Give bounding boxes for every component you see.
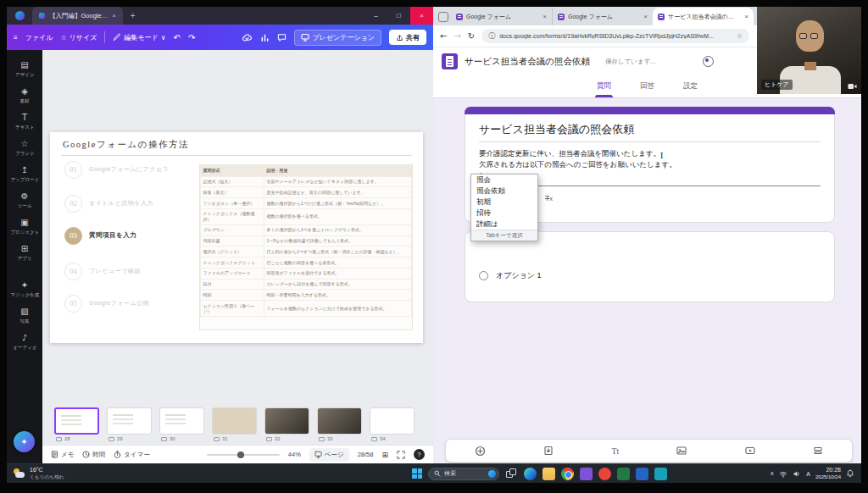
fullscreen-icon[interactable] [397, 451, 405, 459]
ime-candidate[interactable]: 照会依頼 [471, 186, 537, 197]
redo-button[interactable]: ↷ [188, 33, 195, 42]
tab-close-icon[interactable]: × [542, 13, 547, 20]
sidebar-item-uploads[interactable]: ↥アップロード [7, 162, 42, 188]
notification-bell-icon[interactable] [846, 469, 854, 478]
thumbnail-page-29[interactable]: 29 [107, 407, 152, 445]
taskbar-clock[interactable]: 20:28 2025/10/24 [815, 467, 841, 480]
task-view-icon[interactable] [505, 468, 518, 480]
app-icon-purple[interactable] [580, 468, 593, 480]
browser-tab-3-active[interactable]: サービス担当者会議の… × [653, 8, 754, 25]
thumbnail-page-32[interactable]: 32 [264, 407, 309, 445]
comments-icon[interactable] [277, 33, 287, 42]
import-questions-icon[interactable] [543, 446, 554, 456]
resize-button[interactable]: ☆ リサイズ [60, 33, 97, 42]
ime-candidate[interactable]: 照会 [471, 174, 537, 186]
canva-home-icon[interactable] [15, 11, 25, 20]
tab-close-icon[interactable]: × [112, 12, 116, 19]
forward-button[interactable]: → [453, 31, 460, 41]
sidebar-item-projects[interactable]: ▣プロジェクト [7, 214, 42, 241]
bookmark-star-icon[interactable]: ☆ [737, 32, 743, 40]
hamburger-menu-icon[interactable]: ≡ [14, 34, 18, 42]
address-bar[interactable]: ⓘ docs.google.com/forms/d/19aHvkRyRStD3U… [481, 29, 749, 43]
thumbnail-page-31[interactable]: 31 [212, 407, 257, 445]
radio-button[interactable] [479, 271, 488, 280]
maximize-button[interactable]: □ [387, 7, 410, 25]
add-title-icon[interactable]: Tt [611, 446, 619, 456]
sidebar-item-design[interactable]: ▤デザイン [7, 57, 42, 83]
google-forms-logo[interactable] [442, 53, 458, 69]
sidebar-item-elements[interactable]: ◈素材 [7, 83, 42, 109]
tab-close-icon[interactable]: × [744, 13, 748, 20]
tab-responses[interactable]: 回答 [638, 81, 656, 97]
undo-button[interactable]: ↶ [174, 33, 181, 42]
duration-button[interactable]: 時間 [82, 451, 105, 459]
browser-tab-1[interactable]: Google フォーム × [451, 8, 552, 25]
sidebar-item-apps[interactable]: ⊞アプリ [7, 241, 42, 267]
thumbnail-page-33[interactable]: 33 [317, 407, 362, 445]
insights-chart-icon[interactable] [260, 33, 270, 42]
slide-canvas[interactable]: Googleフォームの操作方法 01 Googleフォームにアクセス 02 タイ… [50, 132, 423, 343]
timer-button[interactable]: タイマー [114, 451, 150, 459]
sidebar-item-brand[interactable]: ☆ブランド [7, 136, 42, 162]
thumbnail-page-34[interactable]: 34 [370, 407, 415, 445]
sidebar-item-tools[interactable]: ⚙ツール [7, 188, 42, 214]
browser-tab-2[interactable]: Google フォーム × [552, 8, 653, 25]
chrome-browser-icon[interactable] [561, 468, 574, 480]
clear-formatting-icon[interactable]: Tx [545, 194, 553, 202]
help-button[interactable]: ? [414, 449, 425, 460]
add-image-icon[interactable] [676, 446, 687, 456]
app-icon-teal[interactable] [654, 468, 667, 480]
back-button[interactable]: ← [440, 31, 447, 41]
tray-expand-icon[interactable]: ∧ [770, 470, 774, 477]
thumbnail-page-28[interactable]: 28 [54, 407, 99, 445]
form-title-input[interactable]: サービス担当者会議の照会依頼 [479, 122, 821, 142]
sidebar-item-magic-generate[interactable]: ✦マジック生成 [7, 277, 42, 303]
tab-questions[interactable]: 質問 [595, 81, 613, 97]
edge-browser-icon[interactable] [524, 468, 537, 480]
share-button[interactable]: 共有 [389, 30, 426, 45]
new-tab-button[interactable]: + [131, 11, 136, 20]
presentation-button[interactable]: プレゼンテーション [294, 30, 382, 46]
add-section-icon[interactable] [813, 446, 823, 456]
canva-canvas[interactable]: Googleフォームの操作方法 01 Googleフォームにアクセス 02 タイ… [42, 50, 433, 445]
minimize-button[interactable]: – [364, 7, 387, 25]
wifi-icon[interactable] [779, 470, 787, 478]
tab-close-icon[interactable]: × [643, 13, 648, 20]
page-view-button[interactable]: ページ [309, 448, 349, 462]
sidebar-item-text[interactable]: Tテキスト [7, 109, 42, 136]
answer-option-row[interactable]: オプション 1 [479, 270, 542, 281]
form-document-title[interactable]: サービス担当者会議の照会依頼 [465, 56, 590, 68]
site-info-icon[interactable]: ⓘ [488, 31, 495, 41]
tab-settings[interactable]: 設定 [682, 81, 699, 97]
volume-icon[interactable] [793, 470, 801, 478]
close-button[interactable]: × [410, 7, 433, 25]
question-card[interactable]: オプション 1 [465, 231, 835, 302]
sidebar-item-audio[interactable]: ♪オーディオ [7, 330, 42, 356]
start-button[interactable] [412, 468, 422, 479]
ime-candidate[interactable]: 初期 [471, 197, 537, 208]
file-menu[interactable]: ファイル [25, 33, 53, 42]
ime-candidate[interactable]: 招待 [471, 208, 537, 219]
grid-view-icon[interactable]: ⊞ [381, 451, 388, 459]
edit-mode-dropdown[interactable]: 編集モード ∨ [113, 33, 165, 42]
ime-language-indicator[interactable]: A [806, 471, 810, 477]
app-icon-blue[interactable] [636, 468, 648, 480]
canva-assistant-button[interactable]: ✦ [14, 431, 35, 452]
sidebar-item-photos[interactable]: ▧写真 [7, 303, 42, 330]
file-explorer-icon[interactable] [542, 468, 555, 480]
app-icon-red[interactable] [598, 468, 611, 480]
zoom-slider[interactable] [207, 454, 280, 456]
add-video-icon[interactable] [745, 446, 755, 456]
ime-candidate[interactable]: 詳細は [471, 219, 537, 230]
theme-palette-icon[interactable] [703, 56, 714, 67]
thumbnail-page-30[interactable]: 30 [159, 407, 204, 445]
reload-button[interactable]: ↻ [468, 31, 475, 41]
canva-document-tab[interactable]: 【入門編】Google… × [32, 7, 123, 25]
add-question-icon[interactable] [475, 446, 486, 457]
app-icon-green[interactable] [617, 468, 630, 480]
zoom-slider-knob[interactable] [237, 451, 244, 458]
notes-button[interactable]: メモ [51, 451, 74, 459]
taskbar-search[interactable]: 検索 [428, 468, 499, 480]
tab-actions-icon[interactable] [438, 12, 448, 22]
weather-widget[interactable]: 16°C くもりのち晴れ [7, 467, 134, 480]
